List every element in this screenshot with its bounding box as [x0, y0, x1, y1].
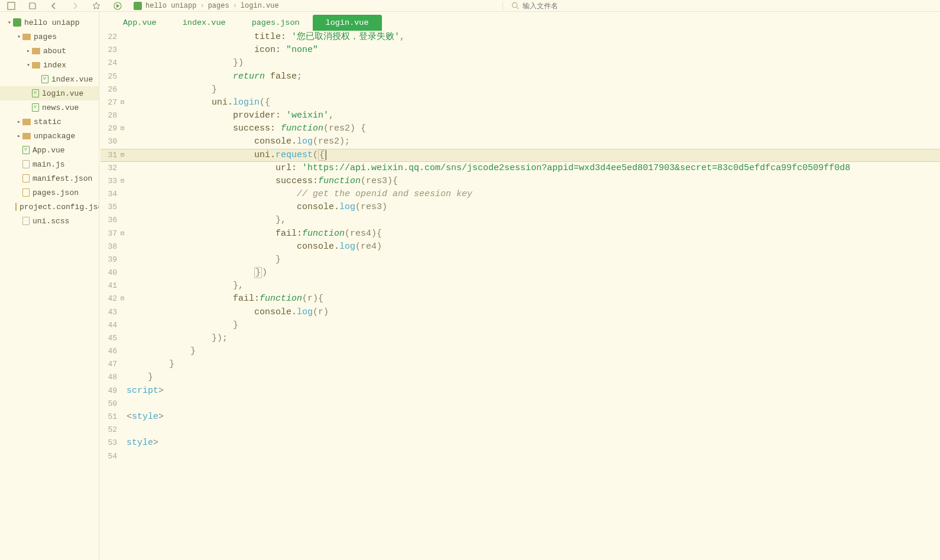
code-line[interactable]: 37⊟ fail:function(res4){: [101, 227, 940, 240]
code-line[interactable]: 36 },: [101, 214, 940, 227]
code-text[interactable]: }: [127, 371, 940, 384]
code-text[interactable]: }: [127, 358, 940, 371]
code-text[interactable]: success: function(res2) {: [127, 122, 940, 135]
code-line[interactable]: 42⊟ fail:function(r){: [101, 292, 940, 305]
code-text[interactable]: script>: [127, 385, 940, 398]
code-line[interactable]: 40 }): [101, 266, 940, 279]
code-text[interactable]: console.log(re4): [127, 240, 940, 253]
tree-folder-about[interactable]: ▸ about: [0, 44, 99, 58]
code-text[interactable]: provider: 'weixin',: [127, 109, 940, 122]
tree-folder-unpackage[interactable]: ▸ unpackage: [0, 129, 99, 143]
code-line[interactable]: 30 console.log(res2);: [101, 135, 940, 148]
code-text[interactable]: url: 'https://api.weixin.qq.com/sns/jsco…: [127, 162, 940, 175]
chevron-down-icon[interactable]: ▾: [25, 61, 32, 69]
fold-toggle[interactable]: ⊟: [118, 96, 127, 109]
code-line[interactable]: 44 }: [101, 319, 940, 332]
menu-icon[interactable]: [6, 1, 17, 11]
code-line[interactable]: 33⊟ success:function(res3){: [101, 175, 940, 188]
code-line[interactable]: 49script>: [101, 385, 940, 398]
code-text[interactable]: fail:function(r){: [127, 292, 940, 305]
code-line[interactable]: 47 }: [101, 358, 940, 371]
tree-file-main-js[interactable]: main.js: [0, 157, 99, 171]
code-text[interactable]: icon: "none": [127, 44, 940, 57]
tree-file-uni-scss[interactable]: uni.scss: [0, 214, 99, 228]
save-icon[interactable]: [27, 1, 38, 11]
code-line[interactable]: 28 provider: 'weixin',: [101, 109, 940, 122]
fold-toggle[interactable]: ⊟: [118, 122, 127, 135]
code-text[interactable]: }: [127, 345, 940, 358]
chevron-right-icon[interactable]: ▸: [25, 47, 32, 54]
code-line[interactable]: 27⊟ uni.login({: [101, 96, 940, 109]
chevron-right-icon[interactable]: ▸: [15, 118, 22, 125]
code-line[interactable]: 25 return false;: [101, 70, 940, 83]
tree-project[interactable]: ▾ hello uniapp: [0, 15, 99, 30]
code-line[interactable]: 41 },: [101, 279, 940, 292]
search-input[interactable]: [523, 2, 629, 10]
tree-folder-pages[interactable]: ▾ pages: [0, 30, 99, 44]
code-line[interactable]: 46 }: [101, 345, 940, 358]
code-text[interactable]: }): [127, 266, 940, 279]
code-line[interactable]: 26 }: [101, 83, 940, 96]
code-line[interactable]: 45 });: [101, 332, 940, 345]
file-search[interactable]: [503, 2, 629, 10]
chevron-right-icon[interactable]: ▸: [15, 132, 22, 139]
tree-file-index-vue[interactable]: index.vue: [0, 72, 99, 86]
code-text[interactable]: uni.request({: [127, 149, 940, 162]
fold-toggle[interactable]: ⊟: [118, 227, 127, 240]
code-line[interactable]: 24 }): [101, 57, 940, 70]
chevron-down-icon[interactable]: ▾: [15, 33, 22, 40]
fold-toggle[interactable]: ⊟: [118, 292, 127, 305]
code-text[interactable]: console.log(r): [127, 306, 940, 319]
code-line[interactable]: 48 }: [101, 371, 940, 384]
code-text[interactable]: }: [127, 253, 940, 266]
code-line[interactable]: 54: [101, 450, 940, 463]
code-line[interactable]: 31⊟ uni.request({: [101, 149, 940, 162]
code-line[interactable]: 23 icon: "none": [101, 44, 940, 57]
forward-icon[interactable]: [70, 1, 80, 11]
code-text[interactable]: style>: [127, 437, 940, 450]
code-line[interactable]: 52: [101, 424, 940, 437]
code-line[interactable]: 39 }: [101, 253, 940, 266]
back-icon[interactable]: [48, 1, 59, 11]
code-text[interactable]: },: [127, 279, 940, 292]
code-line[interactable]: 43 console.log(r): [101, 306, 940, 319]
tree-folder-static[interactable]: ▸ static: [0, 115, 99, 129]
code-text[interactable]: success:function(res3){: [127, 175, 940, 188]
code-text[interactable]: uni.login({: [127, 96, 940, 109]
code-line[interactable]: 32 url: 'https://api.weixin.qq.com/sns/j…: [101, 162, 940, 175]
tree-file-project-config-json[interactable]: project.config.json: [0, 200, 99, 214]
code-text[interactable]: <style>: [127, 411, 940, 424]
tree-file-manifest-json[interactable]: manifest.json: [0, 171, 99, 185]
tab-login-vue[interactable]: login.vue: [313, 15, 382, 31]
code-line[interactable]: 29⊟ success: function(res2) {: [101, 122, 940, 135]
tab-index-vue[interactable]: index.vue: [170, 15, 239, 31]
code-text[interactable]: return false;: [127, 70, 940, 83]
code-line[interactable]: 38 console.log(re4): [101, 240, 940, 253]
tree-file-app-vue[interactable]: App.vue: [0, 143, 99, 157]
code-text[interactable]: console.log(res3): [127, 201, 940, 214]
code-line[interactable]: 22 title: '您已取消授权，登录失败',: [101, 31, 940, 44]
code-text[interactable]: fail:function(res4){: [127, 227, 940, 240]
breadcrumb-project[interactable]: hello uniapp: [145, 2, 196, 10]
code-text[interactable]: title: '您已取消授权，登录失败',: [127, 31, 940, 44]
code-text[interactable]: });: [127, 332, 940, 345]
breadcrumb-file[interactable]: login.vue: [241, 2, 279, 10]
tree-file-pages-json[interactable]: pages.json: [0, 185, 99, 200]
code-line[interactable]: 51<style>: [101, 411, 940, 424]
code-line[interactable]: 50: [101, 398, 940, 411]
code-text[interactable]: }): [127, 57, 940, 70]
code-text[interactable]: }: [127, 83, 940, 96]
code-text[interactable]: console.log(res2);: [127, 135, 940, 148]
tree-file-news-vue[interactable]: news.vue: [0, 100, 99, 115]
fold-toggle[interactable]: ⊟: [118, 175, 127, 188]
fold-toggle[interactable]: ⊟: [118, 149, 127, 162]
code-line[interactable]: 35 console.log(res3): [101, 201, 940, 214]
code-line[interactable]: 34 // get the openid and seesion key: [101, 188, 940, 201]
breadcrumb-folder[interactable]: pages: [208, 2, 229, 10]
code-text[interactable]: },: [127, 214, 940, 227]
tree-folder-index[interactable]: ▾ index: [0, 58, 99, 72]
chevron-down-icon[interactable]: ▾: [6, 19, 13, 26]
star-icon[interactable]: [91, 1, 102, 11]
tab-app-vue[interactable]: App.vue: [110, 15, 170, 31]
tree-file-login-vue[interactable]: login.vue: [0, 86, 99, 100]
